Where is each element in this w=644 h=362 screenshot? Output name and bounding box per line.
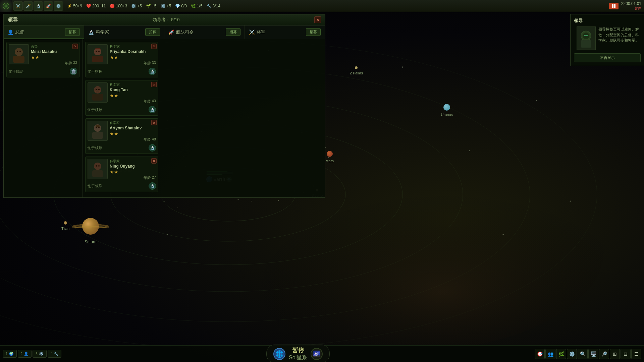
- br-icon-map[interactable]: 🎯: [535, 349, 545, 359]
- scientist-name-1: Priyanka Desmukh: [110, 49, 156, 54]
- titan-label: Titan: [61, 221, 69, 231]
- br-icon-zoom[interactable]: 🔎: [599, 349, 609, 359]
- svg-point-74: [98, 127, 100, 128]
- br-icon-adjust[interactable]: ⊟: [621, 349, 631, 359]
- empire-icon[interactable]: [0, 0, 12, 12]
- scientist-dismiss-2[interactable]: ✕: [151, 82, 157, 87]
- resource-r1: ⚙️ +5: [131, 4, 142, 8]
- system-icon-left[interactable]: 🌐: [273, 348, 285, 360]
- svg-point-68: [96, 89, 97, 90]
- bottom-tab-4[interactable]: 4 🔧: [48, 350, 62, 358]
- bottom-tab-1[interactable]: 1 🌍: [3, 350, 17, 358]
- pallas-label: 2 Pallas: [350, 66, 363, 76]
- scientist-name-3: Artyom Shatalov: [110, 126, 156, 130]
- tab-general[interactable]: ⚔️ 将军 招募: [245, 25, 325, 39]
- br-icon-screen[interactable]: 🖥️: [588, 349, 598, 359]
- top-bar-resources: ⚡ 50+9 ❤️ 200+11 🔴 100+3 ⚙️ +5 🌱 +5 ⚙️ +…: [64, 4, 606, 8]
- br-icon-search[interactable]: 🔍: [578, 349, 588, 359]
- saturn-system: [70, 213, 111, 240]
- svg-point-56: [15, 48, 23, 56]
- scientist-role-2: 科学家: [110, 82, 156, 87]
- uranus-text: Uranus: [441, 113, 453, 117]
- governor-dismiss-btn[interactable]: ✕: [72, 44, 78, 49]
- br-icon-nature[interactable]: 🌿: [556, 349, 566, 359]
- bottom-center: 🌐 暂停 Sol星系 🌌: [64, 345, 532, 362]
- resource-r3: ⚙️ +5: [161, 4, 171, 8]
- recruit-scientist-btn[interactable]: 招募: [145, 28, 160, 36]
- scientist-tab-icon: 🔬: [88, 29, 94, 35]
- portrait-face-4: [88, 159, 107, 179]
- mars-label: Mars: [326, 151, 334, 164]
- scientist-card-ning: 科学家 Ning Ouyang ★★ 年龄 27 忙于领导 🔬 ✕: [85, 157, 158, 192]
- icon-research[interactable]: 🔬: [34, 1, 43, 11]
- scientist-stars-3: ★★: [110, 131, 156, 136]
- recruit-governor-btn[interactable]: 招募: [65, 28, 80, 36]
- scientist-stars-1: ★★: [110, 55, 156, 60]
- scientist-dismiss-4[interactable]: ✕: [151, 158, 157, 164]
- scientist-dismiss-3[interactable]: ✕: [151, 120, 157, 125]
- system-bar: 🌐 暂停 Sol星系 🌌: [266, 345, 330, 362]
- governor-role: 总督: [31, 44, 77, 49]
- tab2-num: 2: [21, 352, 23, 356]
- pause-button[interactable]: [609, 3, 619, 9]
- scientist-status-icon-4: 🔬: [149, 182, 156, 190]
- br-icon-grid[interactable]: ⊞: [610, 349, 620, 359]
- icon-units[interactable]: 🗡️: [23, 1, 33, 11]
- br-icon-cog[interactable]: ⚙️: [567, 349, 577, 359]
- right-panel-avatar: [577, 26, 596, 50]
- tab-scientist[interactable]: 🔬 科学家 招募: [84, 25, 165, 39]
- leader-panel-header: 领导 领导者： 5/10 ✕: [4, 14, 325, 25]
- icon-combat[interactable]: ⚔️: [13, 1, 23, 11]
- resource-alloy: 🔧 3/14: [207, 4, 220, 8]
- recruit-general-btn[interactable]: 招募: [306, 28, 321, 36]
- icon-ships[interactable]: 🚀: [44, 1, 53, 11]
- scientist-name-4: Ning Ouyang: [110, 164, 156, 169]
- scientist-info-2: 科学家 Kang Tan ★★ 年龄 43: [110, 82, 156, 104]
- resource-crystals: 💎 0/0: [175, 4, 187, 8]
- svg-rect-67: [92, 94, 103, 101]
- governor-icon: 👤: [8, 29, 13, 35]
- system-icon-right[interactable]: 🌌: [311, 348, 323, 360]
- icon-settings[interactable]: ⚙️: [54, 1, 63, 11]
- close-button[interactable]: ✕: [314, 16, 321, 23]
- svg-rect-84: [581, 40, 591, 48]
- titan-dot[interactable]: [64, 221, 67, 225]
- tab4-num: 4: [51, 352, 53, 356]
- no-show-button[interactable]: 不再显示: [574, 53, 641, 62]
- right-panel-text: 领导标签页可以雇佣、解散、分配空闲的总督、科学家、舰队司令和将军。: [598, 26, 641, 50]
- pallas-dot[interactable]: [355, 66, 358, 69]
- system-name-container: 暂停 Sol星系: [289, 346, 307, 361]
- scientist-portrait-4: [88, 159, 108, 179]
- tab3-icon: ❄️: [39, 352, 44, 356]
- br-icon-people[interactable]: 👥: [545, 349, 555, 359]
- top-bar-right: 2200.01.01 暂停: [606, 1, 644, 11]
- governor-info: 总督 Msizi Masuku ★★ 年龄 33: [31, 44, 77, 66]
- scientist-info-4: 科学家 Ning Ouyang ★★ 年龄 27: [110, 159, 156, 180]
- recruit-fleet-btn[interactable]: 招募: [226, 28, 240, 36]
- bottom-tab-2[interactable]: 2 👤: [18, 350, 32, 358]
- resource-food: ❤️ 200+11: [86, 4, 106, 8]
- tab1-icon: 🌍: [9, 352, 14, 356]
- bottom-left-tabs: 1 🌍 2 👤 3 ❄️ 4 🔧: [0, 350, 64, 358]
- mars-planet[interactable]: [327, 151, 333, 157]
- card-header-2: 科学家 Kang Tan ★★ 年龄 43: [88, 82, 156, 104]
- scientist-dismiss-1[interactable]: ✕: [151, 44, 157, 49]
- scientist-role-1: 科学家: [110, 44, 156, 49]
- svg-point-69: [98, 89, 100, 90]
- pause-bar-right: [614, 4, 615, 8]
- scientist-role-4: 科学家: [110, 159, 156, 164]
- bottom-tab-3[interactable]: 3 ❄️: [33, 350, 47, 358]
- tab3-num: 3: [36, 352, 38, 356]
- svg-point-54: [5, 5, 7, 7]
- pause-text: 暂停: [289, 346, 307, 354]
- leader-count: 领导者： 5/10: [153, 17, 180, 23]
- leader-content: 总督 Msizi Masuku ★★ 年龄 33 忙于统治 🏛️ ✕: [4, 39, 325, 197]
- svg-rect-72: [92, 132, 103, 139]
- scientist-status-3: 忙于领导 🔬: [88, 144, 156, 152]
- scientist-card-priyanka: 科学家 Priyanka Desmukh ★★ 年龄 33 忙于指挥 🔬 ✕: [85, 42, 158, 77]
- tab-fleet[interactable]: 🚀 舰队司令 招募: [164, 25, 245, 39]
- tab-governor[interactable]: 👤 总督 招募: [4, 25, 84, 39]
- scientist-portrait-3: [88, 121, 108, 141]
- uranus-planet[interactable]: [443, 104, 450, 111]
- br-icon-menu[interactable]: ☰: [631, 349, 641, 359]
